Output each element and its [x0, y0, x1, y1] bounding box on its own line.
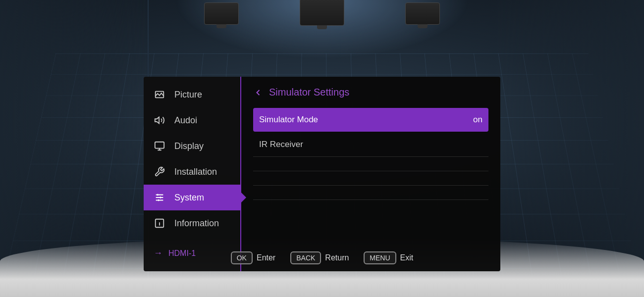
- sidebar-label-system: System: [174, 193, 204, 203]
- sidebar-item-audio[interactable]: Audoi: [144, 107, 240, 133]
- menu-item-empty2: [253, 171, 488, 186]
- controls-bar: OK Enter BACK Return MENU Exit: [144, 245, 500, 271]
- ir-receiver-label: IR Receiver: [259, 140, 303, 149]
- ok-key-badge: OK: [231, 251, 253, 264]
- audio-icon: [154, 114, 165, 126]
- sidebar-label-picture: Picture: [174, 90, 202, 100]
- information-icon: [154, 217, 165, 229]
- sidebar-item-picture[interactable]: Picture: [144, 82, 240, 107]
- menu-item-empty1: [253, 157, 488, 171]
- menu-item-empty3: [253, 186, 488, 200]
- sidebar-item-display[interactable]: Display: [144, 133, 240, 159]
- main-panel: Simulator Settings Simulator Mode on IR …: [240, 77, 500, 271]
- menu-key-badge: MENU: [364, 251, 396, 264]
- ok-control[interactable]: OK Enter: [231, 251, 275, 264]
- menu-item-ir-receiver[interactable]: IR Receiver: [253, 133, 488, 157]
- sidebar: Picture Audoi Display Installation: [144, 77, 240, 271]
- panel-title: Simulator Settings: [269, 87, 349, 98]
- projector-right: [405, 2, 440, 25]
- simulator-mode-label: Simulator Mode: [259, 115, 318, 125]
- menu-item-simulator-mode[interactable]: Simulator Mode on: [253, 108, 488, 132]
- sidebar-label-information: Information: [174, 218, 219, 229]
- menu-action-label: Exit: [400, 253, 414, 262]
- picture-icon: [154, 89, 165, 100]
- sidebar-label-installation: Installation: [174, 167, 217, 177]
- installation-icon: [154, 166, 165, 178]
- ui-container: Picture Audoi Display Installation: [144, 77, 500, 271]
- menu-item-empty4: [253, 200, 488, 214]
- back-key-badge: BACK: [290, 251, 321, 264]
- sidebar-item-installation[interactable]: Installation: [144, 159, 240, 185]
- back-control[interactable]: BACK Return: [290, 251, 349, 264]
- sidebar-item-information[interactable]: Information: [144, 210, 240, 236]
- system-icon: [154, 192, 165, 203]
- back-action-label: Return: [325, 253, 349, 262]
- sidebar-label-display: Display: [174, 141, 204, 151]
- projector-center: [300, 0, 344, 26]
- svg-marker-1: [155, 117, 159, 124]
- svg-rect-2: [155, 142, 164, 148]
- simulator-mode-value: on: [473, 115, 483, 125]
- panel-header: Simulator Settings: [253, 87, 488, 98]
- back-arrow-icon[interactable]: [253, 88, 263, 98]
- sidebar-item-system[interactable]: System: [144, 185, 240, 210]
- display-icon: [154, 140, 165, 152]
- projector-left: [204, 2, 239, 25]
- sidebar-label-audio: Audoi: [174, 115, 197, 126]
- ok-action-label: Enter: [257, 253, 275, 262]
- menu-control[interactable]: MENU Exit: [364, 251, 413, 264]
- projectors-container: [173, 0, 471, 40]
